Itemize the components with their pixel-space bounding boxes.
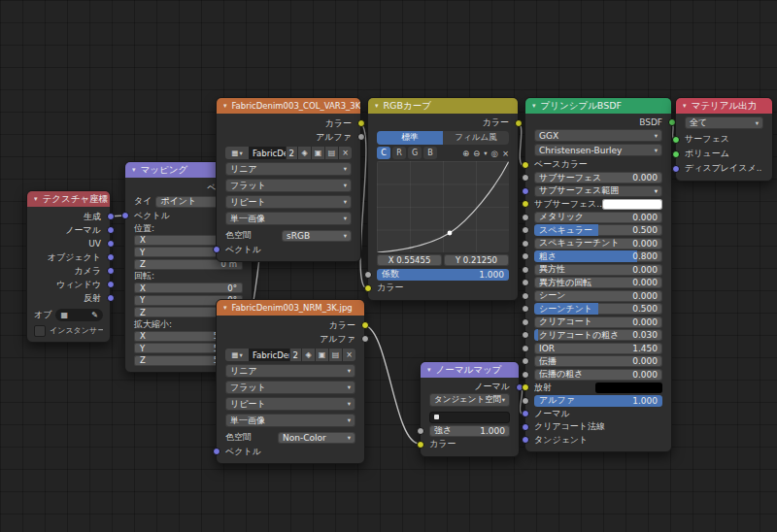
- node-header[interactable]: ▾ FabricDenim003_COL_VAR3_3K.jpg: [217, 98, 360, 114]
- input-widget[interactable]: アルファ 1.000 ▾: [534, 395, 662, 407]
- unlink-icon[interactable]: ×: [342, 349, 355, 361]
- channel-b-button[interactable]: B: [423, 147, 437, 159]
- vector-input-socket[interactable]: [213, 246, 220, 253]
- node-header[interactable]: ▾ テクスチャ座標: [27, 191, 110, 207]
- copy-icon[interactable]: ▣: [311, 147, 324, 159]
- input-socket[interactable]: [522, 252, 529, 260]
- node-material-output[interactable]: ▾ マテリアル出力 全て ▾ サーフェス ボリューム ディ: [675, 97, 773, 182]
- vector-input-socket[interactable]: [213, 448, 220, 455]
- input-socket[interactable]: [522, 292, 529, 300]
- collapse-icon[interactable]: ▾: [375, 102, 379, 110]
- output-socket[interactable]: [107, 253, 115, 261]
- input-widget[interactable]: サブサーフェス.. ▾: [534, 198, 662, 210]
- output-socket[interactable]: [107, 294, 115, 302]
- collapse-icon[interactable]: ▾: [34, 195, 38, 203]
- node-rgb-curves[interactable]: ▾ RGBカーブ カラー 標準 フィルム風 C R G B ⊕ ⊖ ▾ ◎ ×: [367, 97, 519, 301]
- input-widget[interactable]: 伝播の粗さ 0.000 ▾: [534, 369, 662, 381]
- extension-dropdown[interactable]: リピート ▾: [225, 397, 355, 411]
- output-socket[interactable]: [107, 226, 115, 234]
- space-dropdown[interactable]: タンジェント空間 ▾: [429, 393, 510, 407]
- image-users-button[interactable]: 2: [289, 349, 301, 361]
- input-widget[interactable]: ベースカラー ▾: [534, 159, 662, 171]
- input-widget[interactable]: スペキュラー 0.500 ▾: [534, 224, 662, 236]
- input-widget[interactable]: クリアコート法線 ▾: [534, 421, 662, 433]
- output-socket[interactable]: [107, 267, 115, 275]
- colorspace-dropdown[interactable]: Non-Color ▾: [278, 432, 355, 444]
- point-x-field[interactable]: X 0.55455: [377, 254, 442, 266]
- unlink-icon[interactable]: ×: [338, 147, 352, 159]
- input-widget[interactable]: スペキュラーチント 0.000 ▾: [534, 238, 662, 249]
- input-widget[interactable]: クリアコート 0.000 ▾: [534, 316, 662, 328]
- interpolation-dropdown[interactable]: リニア ▾: [225, 364, 355, 378]
- input-socket[interactable]: [522, 357, 529, 365]
- subsurface-method-dropdown[interactable]: Christensen-Burley ▾: [534, 144, 662, 156]
- tab-standard[interactable]: 標準: [377, 131, 443, 145]
- input-widget[interactable]: シーン 0.000 ▾: [534, 290, 662, 302]
- projection-dropdown[interactable]: フラット ▾: [225, 179, 352, 192]
- input-socket[interactable]: [522, 397, 529, 405]
- distribution-dropdown[interactable]: GGX ▾: [534, 129, 662, 142]
- input-widget[interactable]: シーンチント 0.500 ▾: [534, 303, 662, 315]
- image-users-button[interactable]: 2: [286, 147, 297, 159]
- color-swatch[interactable]: [595, 382, 662, 393]
- node-image-texture-color[interactable]: ▾ FabricDenim003_COL_VAR3_3K.jpg カラー アルフ…: [216, 97, 361, 262]
- channel-c-button[interactable]: C: [377, 147, 390, 159]
- input-widget[interactable]: IOR 1.450 ▾: [534, 343, 662, 354]
- input-socket[interactable]: [522, 383, 529, 391]
- node-normal-map[interactable]: ▾ ノーマルマップ ノーマル タンジェント空間 ▾ 強さ 1.000 カラー: [420, 361, 520, 457]
- strength-input-socket[interactable]: [417, 427, 424, 435]
- collapse-icon[interactable]: ▾: [132, 166, 136, 174]
- point-y-field[interactable]: Y 0.21250: [444, 254, 509, 266]
- curve-editor[interactable]: [377, 161, 509, 252]
- alpha-output-socket[interactable]: [357, 133, 365, 141]
- color-input-socket[interactable]: [364, 284, 372, 292]
- specials-menu-icon[interactable]: ▾: [484, 150, 487, 157]
- collapse-icon[interactable]: ▾: [427, 366, 431, 374]
- image-name-field[interactable]: FabricDeni..: [249, 349, 289, 361]
- input-socket[interactable]: [672, 150, 680, 158]
- axis-value-field[interactable]: X 0°: [134, 283, 243, 293]
- input-socket[interactable]: [522, 345, 529, 352]
- image-browse-button[interactable]: ▦ ▾: [225, 147, 249, 159]
- source-dropdown[interactable]: 単一画像 ▾: [225, 414, 355, 427]
- input-socket[interactable]: [522, 318, 529, 326]
- input-socket[interactable]: [672, 165, 680, 173]
- collapse-icon[interactable]: ▾: [223, 304, 227, 312]
- zoom-in-icon[interactable]: ⊕: [462, 149, 469, 158]
- clipping-icon[interactable]: ◎: [490, 149, 497, 158]
- node-header[interactable]: ▾ ノーマルマップ: [421, 362, 519, 378]
- node-header[interactable]: ▾ FabricDenim003_NRM_3K.jpg: [217, 300, 364, 316]
- zoom-out-icon[interactable]: ⊖: [473, 149, 480, 158]
- collapse-icon[interactable]: ▾: [532, 102, 536, 110]
- input-socket[interactable]: [522, 174, 529, 182]
- input-widget[interactable]: サブサーフェス 0.000 ▾: [534, 172, 662, 183]
- input-socket[interactable]: [522, 410, 529, 417]
- color-swatch[interactable]: [602, 199, 662, 210]
- input-widget[interactable]: タンジェント ▾: [534, 434, 662, 446]
- instancer-checkbox[interactable]: [34, 325, 46, 337]
- color-output-socket[interactable]: [357, 119, 365, 127]
- color-output-socket[interactable]: [515, 119, 523, 127]
- input-socket[interactable]: [522, 371, 529, 379]
- tab-filmlike[interactable]: フィルム風: [443, 131, 509, 145]
- input-socket[interactable]: [522, 436, 529, 444]
- color-output-socket[interactable]: [361, 321, 369, 329]
- input-widget[interactable]: 粗さ 0.800 ▾: [534, 250, 662, 262]
- input-widget[interactable]: クリアコートの粗さ 0.030 ▾: [534, 329, 662, 341]
- input-widget[interactable]: 異方性 0.000 ▾: [534, 264, 662, 276]
- input-widget[interactable]: ノーマル ▾: [534, 408, 662, 419]
- input-socket[interactable]: [522, 214, 529, 221]
- input-socket[interactable]: [522, 226, 529, 234]
- input-widget[interactable]: メタリック 0.000 ▾: [534, 212, 662, 223]
- output-socket[interactable]: [107, 240, 115, 248]
- node-principled-bsdf[interactable]: ▾ プリンシプルBSDF BSDF GGX ▾ Christensen-Burl…: [524, 97, 672, 452]
- fac-input-socket[interactable]: [364, 271, 372, 279]
- node-image-texture-normal[interactable]: ▾ FabricDenim003_NRM_3K.jpg カラー アルファ ▦ ▾…: [216, 299, 365, 464]
- input-socket[interactable]: [522, 187, 529, 195]
- input-socket[interactable]: [121, 212, 129, 219]
- node-header[interactable]: ▾ プリンシプルBSDF: [525, 98, 671, 114]
- interpolation-dropdown[interactable]: リニア ▾: [225, 162, 352, 176]
- projection-dropdown[interactable]: フラット ▾: [225, 381, 355, 394]
- input-socket[interactable]: [522, 240, 529, 248]
- target-dropdown[interactable]: 全て ▾: [685, 116, 763, 129]
